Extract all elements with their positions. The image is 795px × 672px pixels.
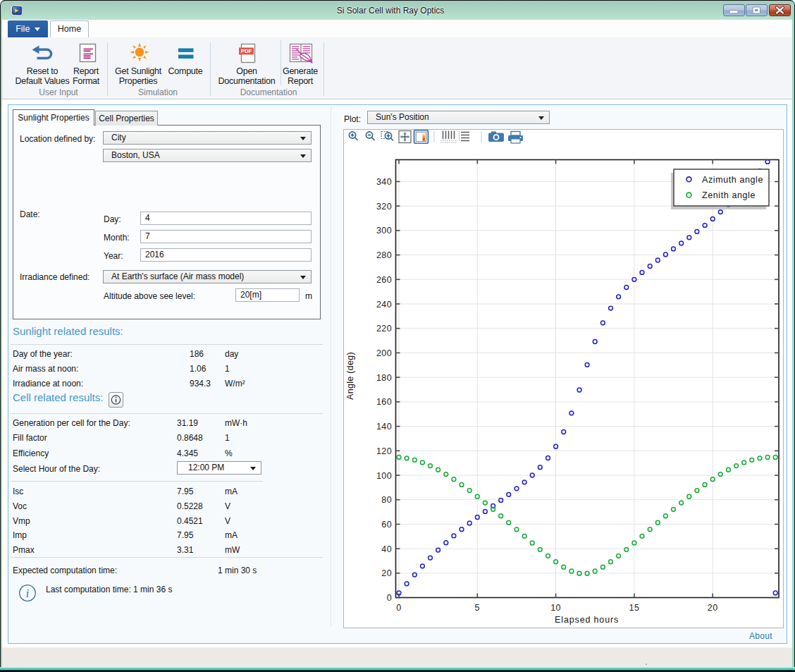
svg-text:Elapsed hours: Elapsed hours (555, 615, 619, 625)
svg-text:180: 180 (376, 373, 392, 383)
svg-text:20: 20 (708, 603, 718, 613)
svg-text:120: 120 (376, 446, 392, 456)
svg-text:5: 5 (475, 603, 480, 613)
svg-text:340: 340 (376, 177, 392, 187)
svg-text:200: 200 (376, 348, 392, 358)
svg-text:15: 15 (629, 603, 640, 613)
svg-text:160: 160 (376, 397, 392, 407)
svg-text:Azimuth angle: Azimuth angle (702, 175, 763, 185)
svg-text:240: 240 (376, 300, 392, 310)
svg-text:0: 0 (387, 593, 392, 603)
svg-text:220: 220 (376, 324, 392, 334)
svg-text:320: 320 (376, 202, 392, 212)
svg-text:80: 80 (381, 495, 392, 505)
svg-text:20: 20 (381, 568, 392, 578)
svg-text:300: 300 (376, 226, 392, 236)
svg-text:Zenith angle: Zenith angle (702, 190, 756, 200)
svg-text:100: 100 (376, 471, 392, 481)
svg-text:60: 60 (381, 520, 392, 530)
svg-text:140: 140 (376, 422, 392, 432)
svg-text:40: 40 (381, 544, 392, 554)
svg-text:PDF: PDF (241, 48, 252, 54)
svg-text:Angle (deg): Angle (deg) (345, 352, 355, 400)
svg-text:280: 280 (376, 250, 392, 260)
svg-text:10: 10 (550, 603, 561, 613)
svg-text:260: 260 (376, 275, 392, 285)
svg-text:i: i (26, 587, 29, 599)
svg-text:0: 0 (396, 603, 401, 613)
